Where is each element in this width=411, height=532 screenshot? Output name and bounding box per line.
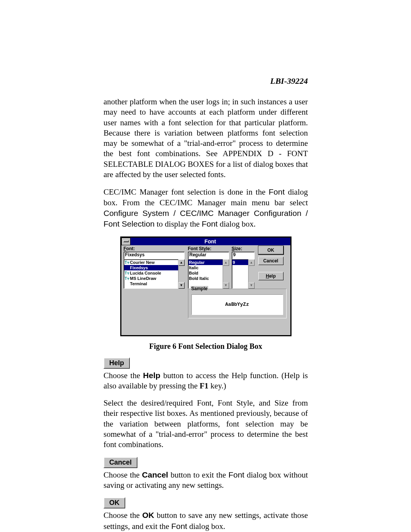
list-item[interactable]: TᴛCourier New — [124, 260, 178, 265]
paragraph-ok: Choose the OK button to save any new set… — [104, 510, 308, 532]
style-label: Font Style: — [188, 246, 229, 251]
dialog-title: Font — [131, 238, 290, 244]
paragraph-cancel: Choose the Cancel button to exit the Fon… — [104, 470, 308, 491]
list-item[interactable]: Bold — [188, 270, 223, 276]
scroll-up-icon[interactable]: ▲ — [223, 259, 229, 266]
list-item[interactable]: Terminal — [124, 281, 178, 286]
scroll-up-icon[interactable]: ▲ — [178, 259, 185, 266]
cancel-button-image: Cancel — [104, 457, 137, 468]
paragraph-2: CEC/IMC Manager font selection is done i… — [104, 187, 308, 229]
size-scrollbar[interactable]: ▲ ▼ — [248, 259, 255, 289]
sample-group: Sample AaBbYyZz — [188, 289, 287, 318]
paragraph-4: Select the desired/required Font, Font S… — [104, 398, 308, 450]
help-button-image: Help — [104, 358, 130, 369]
ok-button-image: OK — [104, 497, 125, 508]
list-item[interactable]: Regular — [188, 260, 223, 265]
size-label: Size: — [232, 246, 255, 251]
sample-label: Sample — [191, 286, 209, 291]
scroll-down-icon[interactable]: ▼ — [178, 282, 185, 289]
font-input[interactable]: Fixedsys — [124, 252, 185, 259]
paragraph-1: another platform when the user logs in; … — [104, 97, 308, 180]
cancel-button[interactable]: Cancel — [258, 257, 284, 265]
figure-caption: Figure 6 Font Selection Dialog Box — [104, 342, 308, 351]
font-label: Font: — [124, 246, 185, 251]
list-item[interactable]: Bold Italic — [188, 276, 223, 281]
sample-preview: AaBbYyZz — [191, 294, 283, 315]
font-scrollbar[interactable]: ▲ ▼ — [178, 259, 185, 289]
dialog-titlebar[interactable]: Font — [121, 238, 290, 245]
list-item[interactable]: Fixedsys — [124, 265, 178, 270]
scroll-up-icon[interactable]: ▲ — [249, 259, 255, 266]
doc-header: LBI-39224 — [104, 76, 308, 86]
list-item[interactable]: Italic — [188, 265, 223, 270]
style-scrollbar[interactable]: ▲ ▼ — [223, 259, 229, 289]
help-button[interactable]: Help — [258, 272, 284, 280]
font-dialog-figure: Font Font: Fixedsys TᴛCourier NewFixedsy… — [120, 236, 292, 336]
ok-button[interactable]: OK — [258, 246, 284, 254]
list-item[interactable]: 9 — [232, 260, 248, 265]
list-item[interactable]: TᴛMS LineDraw — [124, 276, 178, 281]
paragraph-help: Choose the Help button to access the Hel… — [104, 370, 308, 391]
size-input[interactable]: 9 — [232, 252, 255, 259]
list-item[interactable]: TᴛLucida Console — [124, 270, 178, 276]
style-input[interactable]: Regular — [188, 252, 229, 259]
system-menu-icon[interactable] — [121, 238, 131, 245]
font-listbox[interactable]: TᴛCourier NewFixedsysTᴛLucida ConsoleTᴛM… — [124, 259, 185, 289]
